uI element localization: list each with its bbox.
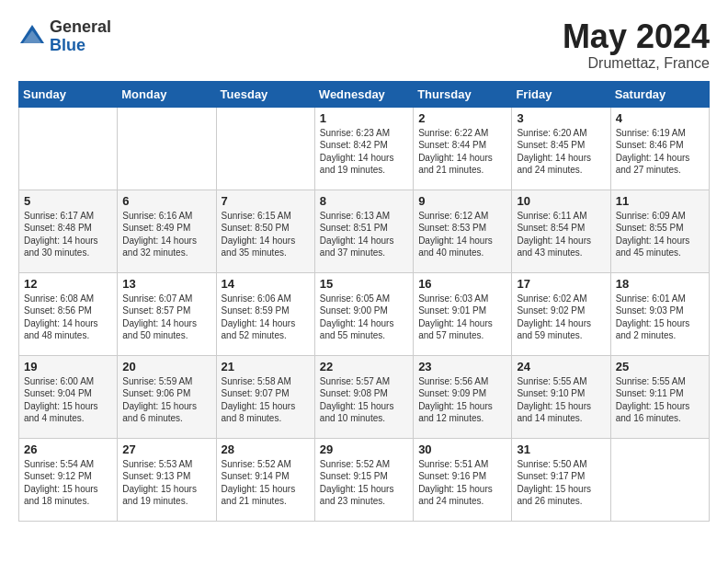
day-number: 7 <box>222 194 310 208</box>
calendar-week-row: 1Sunrise: 6:23 AM Sunset: 8:42 PM Daylig… <box>19 107 710 190</box>
calendar-cell: 9Sunrise: 6:12 AM Sunset: 8:53 PM Daylig… <box>414 190 512 272</box>
calendar-cell: 10Sunrise: 6:11 AM Sunset: 8:54 PM Dayli… <box>512 190 610 272</box>
logo: General Blue <box>18 18 111 55</box>
calendar-cell: 18Sunrise: 6:01 AM Sunset: 9:03 PM Dayli… <box>610 272 709 355</box>
calendar-cell: 4Sunrise: 6:19 AM Sunset: 8:46 PM Daylig… <box>610 107 709 190</box>
calendar-week-row: 12Sunrise: 6:08 AM Sunset: 8:56 PM Dayli… <box>19 272 710 355</box>
calendar-cell: 7Sunrise: 6:15 AM Sunset: 8:50 PM Daylig… <box>216 190 314 272</box>
day-number: 13 <box>122 277 210 291</box>
cell-content: Sunrise: 6:23 AM Sunset: 8:42 PM Dayligh… <box>320 127 408 177</box>
day-number: 12 <box>24 277 112 291</box>
day-number: 26 <box>24 442 112 456</box>
calendar-cell: 24Sunrise: 5:55 AM Sunset: 9:10 PM Dayli… <box>512 355 610 438</box>
weekday-header-cell: Sunday <box>19 81 118 107</box>
calendar-cell: 22Sunrise: 5:57 AM Sunset: 9:08 PM Dayli… <box>314 355 413 438</box>
cell-content: Sunrise: 5:52 AM Sunset: 9:15 PM Dayligh… <box>320 458 408 508</box>
day-number: 2 <box>418 111 506 125</box>
day-number: 4 <box>616 111 704 125</box>
calendar-cell: 3Sunrise: 6:20 AM Sunset: 8:45 PM Daylig… <box>512 107 610 190</box>
calendar-body: 1Sunrise: 6:23 AM Sunset: 8:42 PM Daylig… <box>19 107 710 521</box>
day-number: 9 <box>418 194 506 208</box>
calendar-cell: 25Sunrise: 5:55 AM Sunset: 9:11 PM Dayli… <box>610 355 709 438</box>
calendar-cell: 6Sunrise: 6:16 AM Sunset: 8:49 PM Daylig… <box>118 190 216 272</box>
calendar-cell <box>19 107 118 190</box>
day-number: 21 <box>222 360 310 373</box>
day-number: 23 <box>418 360 506 373</box>
cell-content: Sunrise: 5:57 AM Sunset: 9:08 PM Dayligh… <box>320 375 408 425</box>
cell-content: Sunrise: 6:08 AM Sunset: 8:56 PM Dayligh… <box>24 293 112 342</box>
cell-content: Sunrise: 5:55 AM Sunset: 9:11 PM Dayligh… <box>616 375 704 425</box>
calendar-cell: 2Sunrise: 6:22 AM Sunset: 8:44 PM Daylig… <box>414 107 512 190</box>
cell-content: Sunrise: 5:56 AM Sunset: 9:09 PM Dayligh… <box>418 375 506 425</box>
day-number: 20 <box>122 360 210 373</box>
calendar-cell: 12Sunrise: 6:08 AM Sunset: 8:56 PM Dayli… <box>19 272 118 355</box>
cell-content: Sunrise: 6:13 AM Sunset: 8:51 PM Dayligh… <box>320 210 408 259</box>
cell-content: Sunrise: 6:11 AM Sunset: 8:54 PM Dayligh… <box>517 210 605 259</box>
calendar-cell: 21Sunrise: 5:58 AM Sunset: 9:07 PM Dayli… <box>216 355 314 438</box>
calendar-week-row: 5Sunrise: 6:17 AM Sunset: 8:48 PM Daylig… <box>19 190 710 272</box>
weekday-header-cell: Friday <box>512 81 610 107</box>
calendar-cell: 30Sunrise: 5:51 AM Sunset: 9:16 PM Dayli… <box>414 438 512 521</box>
calendar-cell <box>610 438 709 521</box>
cell-content: Sunrise: 6:02 AM Sunset: 9:02 PM Dayligh… <box>517 293 605 342</box>
calendar-cell: 27Sunrise: 5:53 AM Sunset: 9:13 PM Dayli… <box>118 438 216 521</box>
day-number: 18 <box>616 277 704 291</box>
day-number: 29 <box>320 442 408 456</box>
weekday-header-cell: Wednesday <box>314 81 413 107</box>
cell-content: Sunrise: 6:03 AM Sunset: 9:01 PM Dayligh… <box>418 293 506 342</box>
day-number: 8 <box>320 194 408 208</box>
day-number: 14 <box>222 277 310 291</box>
cell-content: Sunrise: 6:20 AM Sunset: 8:45 PM Dayligh… <box>517 127 605 177</box>
calendar-cell: 8Sunrise: 6:13 AM Sunset: 8:51 PM Daylig… <box>314 190 413 272</box>
day-number: 11 <box>616 194 704 208</box>
cell-content: Sunrise: 5:55 AM Sunset: 9:10 PM Dayligh… <box>517 375 605 425</box>
day-number: 15 <box>320 277 408 291</box>
cell-content: Sunrise: 6:16 AM Sunset: 8:49 PM Dayligh… <box>122 210 210 259</box>
cell-content: Sunrise: 6:06 AM Sunset: 8:59 PM Dayligh… <box>222 293 310 342</box>
cell-content: Sunrise: 6:12 AM Sunset: 8:53 PM Dayligh… <box>418 210 506 259</box>
day-number: 1 <box>320 111 408 125</box>
day-number: 17 <box>517 277 605 291</box>
day-number: 31 <box>517 442 605 456</box>
day-number: 10 <box>517 194 605 208</box>
weekday-header-cell: Tuesday <box>216 81 314 107</box>
calendar-table: SundayMondayTuesdayWednesdayThursdayFrid… <box>18 81 710 522</box>
calendar-cell: 1Sunrise: 6:23 AM Sunset: 8:42 PM Daylig… <box>314 107 413 190</box>
calendar-cell <box>216 107 314 190</box>
day-number: 25 <box>616 360 704 373</box>
day-number: 3 <box>517 111 605 125</box>
calendar-week-row: 26Sunrise: 5:54 AM Sunset: 9:12 PM Dayli… <box>19 438 710 521</box>
calendar-cell: 17Sunrise: 6:02 AM Sunset: 9:02 PM Dayli… <box>512 272 610 355</box>
day-number: 5 <box>24 194 112 208</box>
logo-blue-text: Blue <box>50 37 111 55</box>
cell-content: Sunrise: 5:50 AM Sunset: 9:17 PM Dayligh… <box>517 458 605 508</box>
cell-content: Sunrise: 5:58 AM Sunset: 9:07 PM Dayligh… <box>222 375 310 425</box>
logo-general-text: General <box>50 18 111 37</box>
calendar-cell: 14Sunrise: 6:06 AM Sunset: 8:59 PM Dayli… <box>216 272 314 355</box>
day-number: 24 <box>517 360 605 373</box>
cell-content: Sunrise: 6:00 AM Sunset: 9:04 PM Dayligh… <box>24 375 112 425</box>
calendar-cell: 31Sunrise: 5:50 AM Sunset: 9:17 PM Dayli… <box>512 438 610 521</box>
logo-icon <box>18 23 46 51</box>
day-number: 6 <box>122 194 210 208</box>
location-text: Drumettaz, France <box>563 55 710 72</box>
cell-content: Sunrise: 6:01 AM Sunset: 9:03 PM Dayligh… <box>616 293 704 342</box>
day-number: 22 <box>320 360 408 373</box>
cell-content: Sunrise: 6:09 AM Sunset: 8:55 PM Dayligh… <box>616 210 704 259</box>
cell-content: Sunrise: 5:53 AM Sunset: 9:13 PM Dayligh… <box>122 458 210 508</box>
page-header: General Blue May 2024 Drumettaz, France <box>18 18 710 72</box>
weekday-header-cell: Monday <box>118 81 216 107</box>
cell-content: Sunrise: 5:51 AM Sunset: 9:16 PM Dayligh… <box>418 458 506 508</box>
calendar-cell <box>118 107 216 190</box>
day-number: 30 <box>418 442 506 456</box>
month-title: May 2024 <box>563 18 710 55</box>
cell-content: Sunrise: 6:22 AM Sunset: 8:44 PM Dayligh… <box>418 127 506 177</box>
calendar-cell: 26Sunrise: 5:54 AM Sunset: 9:12 PM Dayli… <box>19 438 118 521</box>
cell-content: Sunrise: 5:52 AM Sunset: 9:14 PM Dayligh… <box>222 458 310 508</box>
cell-content: Sunrise: 6:05 AM Sunset: 9:00 PM Dayligh… <box>320 293 408 342</box>
calendar-cell: 29Sunrise: 5:52 AM Sunset: 9:15 PM Dayli… <box>314 438 413 521</box>
calendar-cell: 20Sunrise: 5:59 AM Sunset: 9:06 PM Dayli… <box>118 355 216 438</box>
calendar-cell: 13Sunrise: 6:07 AM Sunset: 8:57 PM Dayli… <box>118 272 216 355</box>
cell-content: Sunrise: 6:19 AM Sunset: 8:46 PM Dayligh… <box>616 127 704 177</box>
calendar-cell: 23Sunrise: 5:56 AM Sunset: 9:09 PM Dayli… <box>414 355 512 438</box>
